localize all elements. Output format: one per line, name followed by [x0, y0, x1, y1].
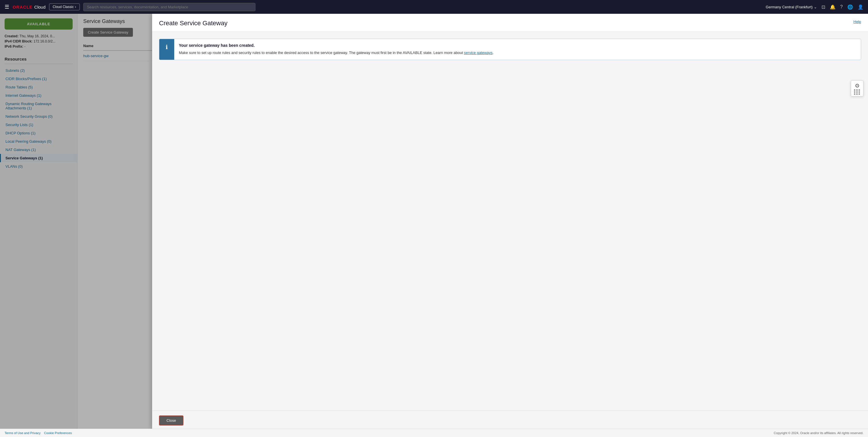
info-box-accent-bar: ℹ: [159, 39, 174, 60]
oracle-logo-text: ORACLE: [12, 5, 32, 9]
info-box-content: Your service gateway has been created. M…: [174, 39, 861, 60]
cloud-classic-button[interactable]: Cloud Classic ›: [49, 3, 80, 10]
help-widget-ring-icon: ⊙: [855, 83, 859, 89]
modal-footer: Close: [152, 411, 868, 430]
page-footer: Terms of Use and Privacy Cookie Preferen…: [0, 429, 868, 437]
info-box: ℹ Your service gateway has been created.…: [159, 39, 861, 60]
info-box-title: Your service gateway has been created.: [179, 43, 856, 48]
notifications-icon[interactable]: 🔔: [830, 4, 836, 10]
user-profile-icon[interactable]: 👤: [858, 4, 863, 10]
region-chevron-icon: ⌄: [814, 5, 817, 9]
oracle-cloud-logo: ORACLE Cloud: [12, 5, 45, 9]
search-input[interactable]: [83, 3, 255, 11]
help-widget[interactable]: ⊙: [851, 81, 863, 96]
help-icon[interactable]: ?: [840, 4, 843, 9]
modal-help-link[interactable]: Help: [854, 20, 861, 24]
language-icon[interactable]: 🌐: [847, 4, 853, 10]
code-editor-icon[interactable]: ⊡: [822, 4, 825, 10]
modal-header: Create Service Gateway Help: [152, 14, 868, 32]
region-label: Germany Central (Frankfurt): [766, 5, 813, 9]
cloud-logo-text: Cloud: [34, 5, 45, 9]
modal-panel: Create Service Gateway Help ℹ Your servi…: [152, 14, 868, 430]
modal-overlay: Create Service Gateway Help ℹ Your servi…: [0, 14, 868, 430]
footer-copyright: Copyright © 2024, Oracle and/or its affi…: [774, 431, 863, 435]
info-circle-icon: ℹ: [166, 44, 168, 51]
close-button[interactable]: Close: [159, 415, 183, 426]
modal-body: ℹ Your service gateway has been created.…: [152, 32, 868, 411]
topnav-right-actions: Germany Central (Frankfurt) ⌄ ⊡ 🔔 ? 🌐 👤: [766, 4, 863, 10]
help-widget-dots-icon: [854, 89, 860, 95]
hamburger-menu-icon[interactable]: ☰: [5, 4, 9, 10]
terms-link[interactable]: Terms of Use and Privacy: [5, 431, 40, 435]
footer-left: Terms of Use and Privacy Cookie Preferen…: [5, 431, 72, 435]
service-gateways-link[interactable]: service gateways: [464, 51, 493, 55]
top-navigation: ☰ ORACLE Cloud Cloud Classic › Germany C…: [0, 0, 868, 14]
modal-title: Create Service Gateway: [159, 20, 227, 27]
info-box-text: Make sure to set up route rules and secu…: [179, 50, 856, 56]
region-selector[interactable]: Germany Central (Frankfurt) ⌄: [766, 5, 817, 9]
cookie-preferences-link[interactable]: Cookie Preferences: [44, 431, 72, 435]
